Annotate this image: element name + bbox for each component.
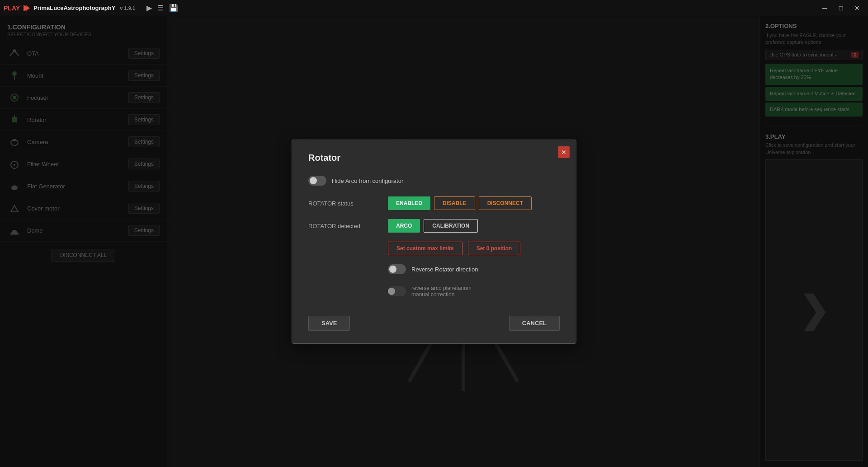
modal-footer: SAVE CANCEL bbox=[308, 312, 560, 331]
play-logo: PLAY bbox=[4, 5, 20, 12]
app-name-label: PrimaLuceAstrophotographY bbox=[33, 5, 115, 11]
save-icon[interactable]: 💾 bbox=[169, 4, 178, 12]
minimize-button[interactable]: ─ bbox=[817, 2, 832, 14]
reverse-arco-row: reverse arco planetariummanual correctio… bbox=[388, 285, 560, 298]
status-enabled-button[interactable]: ENABLED bbox=[388, 196, 430, 210]
cancel-button[interactable]: CANCEL bbox=[509, 316, 560, 331]
hide-arco-row: Hide Arco from configurator bbox=[308, 176, 560, 186]
version-label: v 1.9.1 bbox=[120, 5, 135, 11]
titlebar-divider bbox=[139, 4, 139, 13]
window-controls: ─ □ ✕ bbox=[817, 2, 864, 14]
close-button[interactable]: ✕ bbox=[850, 2, 864, 14]
play-logo-icon bbox=[23, 4, 31, 12]
cursor-icon[interactable]: ▶ bbox=[146, 4, 152, 12]
rotator-detected-row: ROTATOR detected ARCO CALIBRATION bbox=[308, 219, 560, 233]
reverse-direction-toggle[interactable] bbox=[388, 264, 406, 274]
save-button[interactable]: SAVE bbox=[308, 316, 350, 331]
rotator-status-buttons: ENABLED DISABLE DISCONNECT bbox=[388, 196, 532, 210]
app-title: PLAY PrimaLuceAstrophotographY v 1.9.1 bbox=[4, 4, 135, 12]
modal-overlay: Rotator ✕ Hide Arco from configurator RO… bbox=[0, 16, 868, 467]
hide-arco-toggle[interactable] bbox=[308, 176, 326, 186]
rotator-status-label: ROTATOR status bbox=[308, 200, 381, 207]
modal-close-button[interactable]: ✕ bbox=[558, 146, 570, 158]
rotator-detected-buttons: ARCO CALIBRATION bbox=[388, 219, 478, 233]
svg-marker-1 bbox=[26, 5, 30, 11]
detected-calibration-button[interactable]: CALIBRATION bbox=[424, 219, 478, 233]
custom-limits-button[interactable]: Set custom max limits bbox=[388, 242, 462, 255]
reverse-direction-label: Reverse Rotator direction bbox=[411, 266, 478, 273]
sliders-icon[interactable]: ☰ bbox=[157, 4, 164, 12]
hide-arco-label: Hide Arco from configurator bbox=[332, 177, 403, 184]
rotator-status-row: ROTATOR status ENABLED DISABLE DISCONNEC… bbox=[308, 196, 560, 210]
hide-arco-knob bbox=[310, 177, 317, 184]
modal-title: Rotator bbox=[308, 153, 560, 163]
modal-action-row: Set custom max limits Set 0 position bbox=[388, 242, 560, 255]
set-zero-button[interactable]: Set 0 position bbox=[468, 242, 521, 255]
reverse-arco-toggle[interactable] bbox=[388, 286, 406, 296]
titlebar: PLAY PrimaLuceAstrophotographY v 1.9.1 ▶… bbox=[0, 0, 868, 16]
rotator-detected-label: ROTATOR detected bbox=[308, 223, 381, 229]
rotator-modal: Rotator ✕ Hide Arco from configurator RO… bbox=[292, 140, 576, 344]
status-disable-button[interactable]: DISABLE bbox=[434, 196, 475, 210]
maximize-button[interactable]: □ bbox=[834, 2, 848, 14]
reverse-direction-row: Reverse Rotator direction bbox=[388, 264, 560, 274]
status-disconnect-button[interactable]: DISCONNECT bbox=[479, 196, 532, 210]
toolbar-icons: ▶ ☰ 💾 bbox=[146, 4, 178, 12]
reverse-direction-knob bbox=[389, 266, 396, 273]
reverse-arco-knob bbox=[388, 288, 395, 295]
detected-arco-button[interactable]: ARCO bbox=[388, 219, 420, 233]
reverse-arco-label: reverse arco planetariummanual correctio… bbox=[411, 285, 472, 298]
